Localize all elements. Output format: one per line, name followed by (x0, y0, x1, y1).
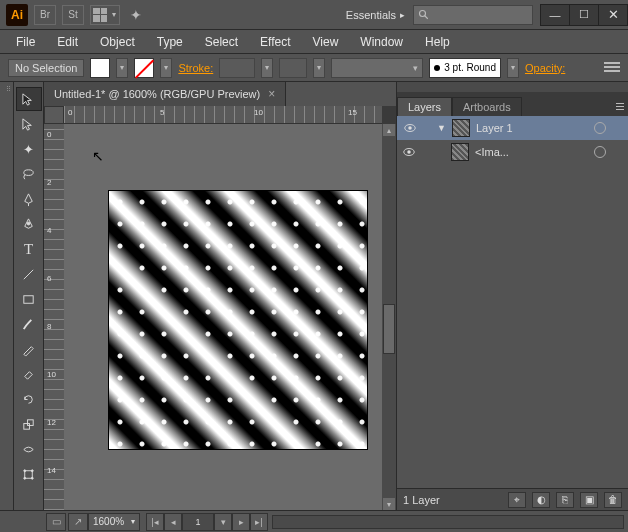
ruler-v-tick: 2 (47, 178, 51, 187)
gpu-performance-icon[interactable]: ✦ (130, 7, 146, 23)
menu-bar: File Edit Object Type Select Effect View… (0, 30, 628, 54)
maximize-button[interactable]: ☐ (569, 4, 599, 26)
rotate-tool[interactable] (16, 387, 42, 411)
layer-name[interactable]: Layer 1 (476, 122, 513, 134)
tab-artboards[interactable]: Artboards (452, 97, 522, 116)
ruler-h-tick: 0 (68, 108, 72, 117)
window-controls: — ☐ ✕ (541, 4, 628, 26)
scale-tool[interactable] (16, 412, 42, 436)
ruler-h-tick: 10 (254, 108, 263, 117)
document-tab[interactable]: Untitled-1* @ 1600% (RGB/GPU Preview) × (44, 82, 286, 106)
vertical-ruler[interactable]: 0 2 4 6 8 10 12 14 (44, 124, 64, 510)
menu-effect[interactable]: Effect (250, 33, 300, 51)
artboard-index-input[interactable]: 1 (182, 513, 214, 531)
stroke-label[interactable]: Stroke: (178, 62, 213, 74)
fill-dropdown[interactable]: ▾ (116, 58, 128, 78)
zoom-level-input[interactable]: 1600%▾ (88, 513, 140, 531)
artboard-dropdown[interactable]: ▾ (214, 513, 232, 531)
line-tool[interactable] (16, 262, 42, 286)
menu-file[interactable]: File (6, 33, 45, 51)
svg-rect-6 (24, 295, 33, 303)
new-layer-icon[interactable]: ▣ (580, 492, 598, 508)
scroll-thumb[interactable] (383, 304, 395, 354)
menu-object[interactable]: Object (90, 33, 145, 51)
workspace-switcher[interactable]: Essentials (338, 7, 413, 23)
svg-line-5 (24, 269, 33, 278)
paintbrush-tool[interactable] (16, 312, 42, 336)
layer-row[interactable]: <Ima... (397, 140, 628, 164)
clipping-mask-icon[interactable]: ◐ (532, 492, 550, 508)
next-artboard-button[interactable]: ▸ (232, 513, 250, 531)
new-sublayer-icon[interactable]: ⎘ (556, 492, 574, 508)
vertical-scrollbar[interactable]: ▴ ▾ (382, 124, 396, 510)
ruler-origin[interactable] (44, 106, 64, 124)
tab-layers[interactable]: Layers (397, 97, 452, 116)
arrange-documents-dropdown[interactable]: ▾ (90, 5, 120, 25)
svg-point-17 (407, 150, 411, 154)
scroll-down-icon[interactable]: ▾ (383, 498, 395, 510)
menu-edit[interactable]: Edit (47, 33, 88, 51)
locate-object-icon[interactable]: ⌖ (508, 492, 526, 508)
rectangle-tool[interactable] (16, 287, 42, 311)
close-tab-icon[interactable]: × (268, 87, 275, 101)
brush-profile-select[interactable]: 3 pt. Round (429, 58, 501, 78)
stroke-weight-dropdown[interactable]: ▾ (261, 58, 273, 78)
pencil-tool[interactable] (16, 337, 42, 361)
scroll-up-icon[interactable]: ▴ (383, 124, 395, 136)
horizontal-ruler[interactable]: 0 5 10 15 (64, 106, 382, 124)
last-artboard-button[interactable]: ▸| (250, 513, 268, 531)
close-button[interactable]: ✕ (598, 4, 628, 26)
visibility-toggle-icon[interactable] (402, 145, 416, 159)
control-panel-menu-icon[interactable] (604, 62, 620, 74)
first-artboard-button[interactable]: |◂ (146, 513, 164, 531)
delete-layer-icon[interactable]: 🗑 (604, 492, 622, 508)
menu-window[interactable]: Window (350, 33, 413, 51)
menu-help[interactable]: Help (415, 33, 460, 51)
stroke-dropdown[interactable]: ▾ (160, 58, 172, 78)
direct-selection-tool[interactable] (16, 112, 42, 136)
prev-artboard-button[interactable]: ◂ (164, 513, 182, 531)
opacity-label[interactable]: Opacity: (525, 62, 565, 74)
target-icon[interactable] (594, 122, 606, 134)
selection-tool[interactable] (16, 87, 42, 111)
layer-thumbnail (451, 143, 469, 161)
visibility-toggle-icon[interactable] (403, 121, 417, 135)
layer-name[interactable]: <Ima... (475, 146, 509, 158)
target-icon[interactable] (594, 146, 606, 158)
brush-profile-arrow[interactable]: ▾ (507, 58, 519, 78)
menu-select[interactable]: Select (195, 33, 248, 51)
fill-swatch[interactable] (90, 58, 110, 78)
canvas[interactable]: ↖ (64, 124, 382, 510)
layers-panel-footer: 1 Layer ⌖ ◐ ⎘ ▣ 🗑 (397, 488, 628, 510)
minimize-button[interactable]: — (540, 4, 570, 26)
artboard-image[interactable] (108, 190, 368, 450)
menu-view[interactable]: View (303, 33, 349, 51)
pen-tool[interactable] (16, 187, 42, 211)
layer-row[interactable]: ▼ Layer 1 (397, 116, 628, 140)
panel-menu-icon[interactable] (612, 97, 628, 116)
stroke-weight-input[interactable] (219, 58, 255, 78)
stroke-profile-dropdown[interactable]: ▾ (313, 58, 325, 78)
stroke-profile-input[interactable] (279, 58, 307, 78)
curvature-tool[interactable] (16, 212, 42, 236)
bridge-button[interactable]: Br (34, 5, 56, 25)
lasso-tool[interactable] (16, 162, 42, 186)
free-transform-tool[interactable] (16, 462, 42, 486)
eraser-tool[interactable] (16, 362, 42, 386)
search-input[interactable] (413, 5, 533, 25)
magic-wand-tool[interactable]: ✦ (16, 137, 42, 161)
width-tool[interactable] (16, 437, 42, 461)
horizontal-scrollbar[interactable] (272, 515, 624, 529)
screen-mode-icon[interactable]: ▭ (46, 513, 66, 531)
menu-type[interactable]: Type (147, 33, 193, 51)
disclosure-triangle-icon[interactable]: ▼ (437, 123, 446, 133)
panel-grip[interactable] (397, 82, 628, 92)
brush-definition-dropdown[interactable] (331, 58, 423, 78)
type-tool[interactable]: T (16, 237, 42, 261)
panel-tabs: Layers Artboards (397, 92, 628, 116)
export-icon[interactable]: ↗ (68, 513, 88, 531)
stock-button[interactable]: St (62, 5, 84, 25)
selection-indicator: No Selection (8, 59, 84, 77)
stroke-swatch[interactable] (134, 58, 154, 78)
dock-collapse-strip[interactable] (0, 82, 14, 510)
